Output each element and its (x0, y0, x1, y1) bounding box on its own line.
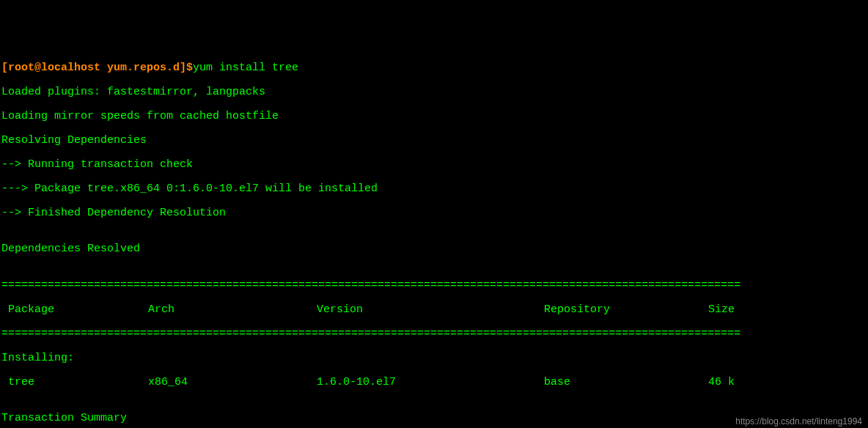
table-row: treex86_641.6.0-10.el7base 46 k (1, 377, 867, 389)
output-line: Dependencies Resolved (1, 243, 867, 256)
header-version: Version (317, 304, 544, 317)
cell-package: tree (1, 377, 148, 389)
prompt-user-host: [root@localhost yum.repos.d] (1, 62, 186, 74)
header-repository: Repository (544, 304, 698, 317)
command-text: yum install tree (193, 62, 298, 74)
header-size: Size (698, 304, 735, 317)
cell-size: 46 k (698, 377, 735, 389)
installing-label: Installing: (1, 353, 867, 365)
cell-version: 1.6.0-10.el7 (317, 377, 544, 389)
table-header: PackageArchVersionRepository Size (1, 304, 867, 317)
output-line: Resolving Dependencies (1, 135, 867, 147)
separator-line: ========================================… (1, 280, 867, 292)
output-line: Loading mirror speeds from cached hostfi… (1, 111, 867, 123)
header-arch: Arch (148, 304, 317, 317)
prompt-dollar: $ (186, 62, 193, 74)
output-line: ---> Package tree.x86_64 0:1.6.0-10.el7 … (1, 183, 867, 196)
output-line: Loaded plugins: fastestmirror, langpacks (1, 86, 867, 99)
terminal-output[interactable]: [root@localhost yum.repos.d]$yum install… (0, 48, 868, 428)
prompt-line: [root@localhost yum.repos.d]$yum install… (1, 62, 867, 75)
output-line: --> Finished Dependency Resolution (1, 207, 867, 220)
header-package: Package (1, 304, 148, 317)
output-line: --> Running transaction check (1, 159, 867, 171)
separator-line: ========================================… (1, 328, 867, 341)
cell-arch: x86_64 (148, 377, 317, 389)
cell-repository: base (544, 377, 698, 389)
watermark-text: https://blog.csdn.net/linteng1994 (735, 417, 862, 427)
